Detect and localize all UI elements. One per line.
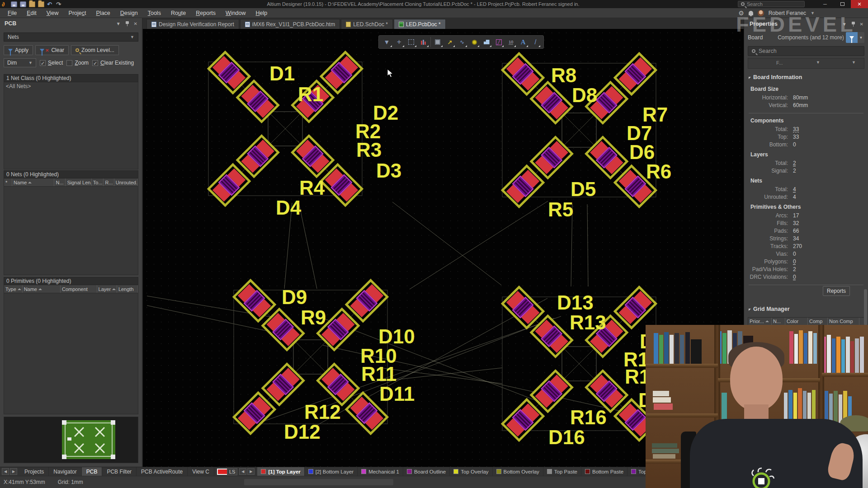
scrollbar-thumb[interactable] — [864, 289, 867, 325]
prims-col-0[interactable]: Type — [4, 285, 23, 293]
prims-col-2[interactable]: Component — [61, 285, 97, 293]
layer-tab-top-paste[interactable]: Top Paste — [543, 467, 581, 476]
move-icon[interactable]: + — [394, 37, 405, 47]
filter-scope-label[interactable]: Components (and 12 more) — [776, 34, 846, 41]
doc-tab-led-schdoc-[interactable]: LED.SchDoc * — [341, 19, 393, 29]
prims-col-1[interactable]: Name — [23, 285, 61, 293]
fill-icon[interactable] — [481, 37, 492, 47]
doc-tab-led-pcbdoc-[interactable]: LED.PcbDoc * — [394, 19, 446, 29]
properties-search[interactable]: Search — [748, 46, 864, 56]
select-area-icon[interactable] — [406, 37, 417, 47]
nets-col-3[interactable]: Signal Len... — [66, 178, 91, 186]
layer-sets-button[interactable]: LS — [227, 468, 237, 475]
prims-col-3[interactable]: Layer — [97, 285, 117, 293]
filter-icon[interactable]: ▼ — [382, 37, 392, 47]
tabs-scroll-right-icon[interactable]: ▶ — [10, 468, 17, 475]
save-icon[interactable] — [11, 1, 17, 7]
menu-reports[interactable]: Reports — [191, 8, 221, 18]
section-grid-manager[interactable]: Grid Manager — [744, 300, 868, 314]
horizontal-scrollbar[interactable] — [244, 479, 393, 485]
titlebar-search[interactable]: Search — [738, 1, 805, 7]
menu-edit[interactable]: Edit — [22, 8, 42, 18]
nets-col-4[interactable]: To... — [92, 178, 104, 186]
layer-tab--1-top-layer[interactable]: [1] Top Layer — [257, 467, 304, 476]
nets-col-2[interactable]: N... — [54, 178, 66, 186]
minimize-button[interactable]: ─ — [816, 0, 834, 8]
restore-button[interactable] — [834, 0, 851, 8]
undo-icon[interactable]: ↶ — [47, 1, 53, 7]
checkbox-clear-existing[interactable]: ✓Clear Existing — [92, 60, 134, 66]
doc-tab-imx6-rex-v1i1-pcb-pcbdoc-htm[interactable]: iMX6 Rex_V1I1_PCB.PcbDoc.htm — [240, 19, 340, 29]
wire-icon[interactable]: ∿ — [457, 37, 467, 47]
panel-dropdown-icon[interactable]: ▼ — [116, 21, 121, 26]
layer-tab--2-bottom-layer[interactable]: [2] Bottom Layer — [305, 467, 358, 476]
panel-pin-icon[interactable] — [125, 21, 129, 26]
menu-project[interactable]: Project — [64, 8, 91, 18]
via-icon[interactable] — [469, 37, 480, 47]
menu-file[interactable]: File — [3, 8, 22, 18]
net-class-item[interactable]: <All Nets> — [4, 82, 138, 90]
menu-view[interactable]: View — [42, 8, 64, 18]
pads-icon[interactable] — [418, 37, 429, 47]
slash-icon[interactable]: / — [530, 37, 541, 47]
panel-dropdown-icon[interactable]: ▼ — [842, 22, 847, 27]
layers-scroll-right-icon[interactable]: ▶ — [247, 468, 255, 475]
board-scope-label[interactable]: Board — [748, 34, 776, 41]
tabs-scroll-left-icon[interactable]: ◀ — [2, 468, 9, 475]
line-icon[interactable]: ╱ — [493, 37, 504, 47]
nets-col-5[interactable]: R... — [104, 178, 114, 186]
panel-tab-pcb[interactable]: PCB — [82, 467, 103, 476]
board-thumbnail[interactable] — [4, 417, 138, 463]
active-layer-color-swatch[interactable] — [217, 469, 227, 475]
section-board-information[interactable]: Board Information — [744, 69, 868, 83]
route-icon[interactable]: ↗ — [444, 37, 455, 47]
nets-col-6[interactable]: Unrouted... — [114, 178, 138, 186]
layer-tab-top-overlay[interactable]: Top Overlay — [450, 467, 492, 476]
layer-tab-bottom-overlay[interactable]: Bottom Overlay — [493, 467, 543, 476]
checkbox-zoom[interactable]: Zoom — [66, 60, 89, 66]
notifications-bell-icon[interactable] — [749, 11, 753, 15]
close-button[interactable]: ✕ — [851, 0, 868, 8]
gm-col-1[interactable]: N... — [772, 318, 785, 325]
panel-tab-projects[interactable]: Projects — [20, 467, 49, 476]
layer-tab-board-outline[interactable]: Board Outline — [403, 467, 450, 476]
gm-col-2[interactable]: Color — [785, 318, 808, 325]
panel-tab-pcb-activeroute[interactable]: PCB ActiveRoute — [137, 467, 188, 476]
panel-close-icon[interactable]: ✕ — [134, 21, 137, 26]
apply-button[interactable]: Apply — [4, 45, 33, 55]
dimension-icon[interactable]: 10 — [505, 37, 516, 47]
menu-tools[interactable]: Tools — [143, 8, 166, 18]
menu-design[interactable]: Design — [115, 8, 143, 18]
zoom-level-button[interactable]: Zoom Level... — [71, 45, 119, 55]
signed-in-user[interactable]: Robert Feranec — [769, 10, 806, 16]
layer-tab-bottom-paste[interactable]: Bottom Paste — [581, 467, 627, 476]
panel-tab-pcb-filter[interactable]: PCB Filter — [102, 467, 137, 476]
open-icon[interactable] — [29, 1, 35, 7]
gm-col-4[interactable]: Non Comp — [828, 318, 859, 325]
layers-scroll-left-icon[interactable]: ◀ — [239, 468, 246, 475]
layer-tab-mechanical-1[interactable]: Mechanical 1 — [358, 467, 403, 476]
gm-col-3[interactable]: Comp — [808, 318, 828, 325]
gm-col-0[interactable]: Prior... — [748, 318, 772, 325]
nets-col-1[interactable]: Name — [12, 178, 54, 186]
reports-button[interactable]: Reports — [823, 286, 850, 296]
menu-place[interactable]: Place — [91, 8, 115, 18]
pcb-mode-select[interactable]: Nets ▼ — [4, 33, 138, 42]
save-all-icon[interactable] — [20, 1, 26, 7]
filter-chevron-button[interactable]: ▼ — [858, 32, 864, 43]
user-menu-chevron-icon[interactable]: ▼ — [811, 11, 815, 15]
clear-button[interactable]: ✕Clear — [35, 45, 69, 55]
open-project-icon[interactable] — [38, 1, 44, 7]
checkbox-select[interactable]: ✓Select — [40, 60, 63, 66]
panel-tab-view-c[interactable]: View C — [188, 467, 214, 476]
dim-select[interactable]: Dim ▼ — [4, 58, 36, 67]
menu-help[interactable]: Help — [251, 8, 273, 18]
panel-close-icon[interactable]: ✕ — [860, 22, 863, 27]
component-icon[interactable] — [432, 37, 443, 47]
prims-col-4[interactable]: Length — [117, 285, 138, 293]
doc-tab-design-rule-verification-report[interactable]: Design Rule Verification Report — [146, 19, 239, 29]
panel-tab-navigator[interactable]: Navigator — [49, 467, 81, 476]
redo-icon[interactable]: ↷ — [56, 1, 62, 7]
settings-gear-icon[interactable]: ⚙ — [738, 9, 744, 17]
menu-window[interactable]: Window — [221, 8, 250, 18]
